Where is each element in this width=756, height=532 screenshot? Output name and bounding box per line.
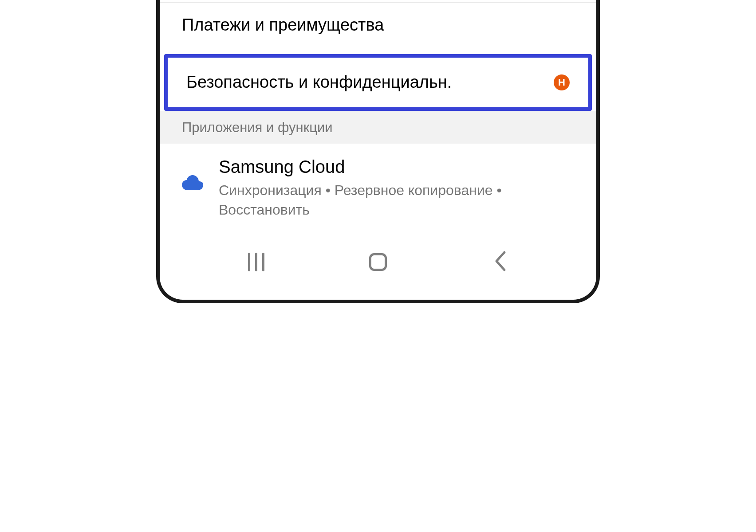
app-item-title: Samsung Cloud: [219, 157, 574, 177]
settings-item-payments[interactable]: Платежи и преимущества: [160, 2, 596, 47]
navigation-bar: [160, 238, 596, 286]
nav-home-button[interactable]: [365, 251, 391, 273]
home-icon: [369, 253, 387, 271]
app-item-samsung-cloud[interactable]: Samsung Cloud Синхронизация • Резервное …: [160, 144, 596, 238]
notification-badge: Н: [554, 74, 570, 90]
settings-item-label: Платежи и преимущества: [182, 14, 384, 36]
settings-item-security[interactable]: Безопасность и конфиденциальн. Н: [164, 54, 592, 110]
settings-item-label: Безопасность и конфиденциальн.: [186, 71, 452, 94]
phone-frame: Платежи и преимущества Безопасность и ко…: [156, 0, 600, 303]
back-icon: [493, 250, 507, 274]
phone-content: Платежи и преимущества Безопасность и ко…: [160, 0, 596, 295]
recents-icon: [248, 253, 264, 271]
app-item-content: Samsung Cloud Синхронизация • Резервное …: [219, 157, 574, 220]
section-header: Приложения и функции: [160, 111, 596, 144]
nav-recents-button[interactable]: [243, 251, 269, 273]
app-item-subtitle: Синхронизация • Резервное копирование • …: [219, 180, 574, 220]
nav-back-button[interactable]: [487, 251, 513, 273]
cloud-icon: [182, 172, 203, 194]
